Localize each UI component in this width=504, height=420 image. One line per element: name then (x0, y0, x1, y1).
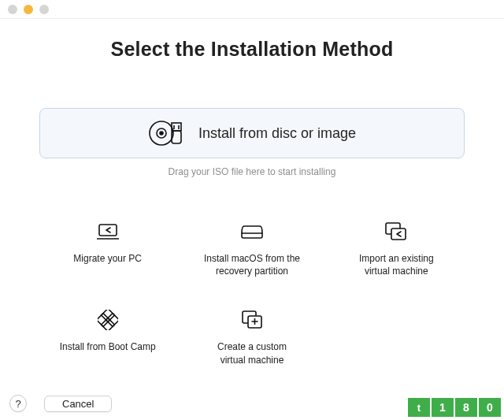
watermark-char: 1 (432, 398, 454, 417)
svg-rect-15 (106, 314, 117, 327)
window-minimize-button[interactable] (24, 5, 33, 14)
window-zoom-button[interactable] (39, 5, 49, 14)
recovery-partition-icon (241, 221, 263, 243)
svg-rect-13 (101, 318, 114, 330)
svg-rect-11 (391, 229, 406, 240)
window-titlebar (0, 0, 504, 19)
option-label: Install macOS from the recovery partitio… (204, 252, 300, 277)
empty-cell (328, 309, 465, 366)
help-button[interactable]: ? (9, 395, 27, 412)
cancel-button[interactable]: Cancel (44, 396, 112, 412)
option-label: Install from Boot Camp (60, 340, 156, 353)
option-migrate-pc[interactable]: Migrate your PC (39, 221, 176, 277)
svg-rect-12 (101, 310, 114, 322)
page-title: Select the Installation Method (39, 38, 465, 61)
option-boot-camp[interactable]: Install from Boot Camp (39, 309, 176, 366)
install-from-disc-option[interactable]: Install from disc or image (39, 108, 465, 158)
drag-hint: Drag your ISO file here to start install… (39, 166, 465, 177)
install-from-disc-label: Install from disc or image (198, 125, 356, 142)
watermark-char: t (408, 398, 430, 417)
option-install-macos-recovery[interactable]: Install macOS from the recovery partitio… (183, 221, 320, 277)
svg-point-2 (160, 132, 163, 135)
option-label: Migrate your PC (73, 252, 142, 265)
watermark-char: 0 (479, 398, 501, 417)
migrate-pc-icon (97, 221, 119, 243)
option-custom-vm[interactable]: Create a custom virtual machine (183, 309, 320, 366)
disc-usb-icon (148, 120, 184, 147)
import-vm-icon (385, 221, 407, 243)
svg-rect-14 (98, 314, 109, 327)
boot-camp-icon (98, 309, 118, 331)
svg-rect-7 (99, 225, 117, 236)
options-grid: Migrate your PC Install macOS from the r… (39, 221, 465, 366)
watermark-char: 8 (455, 398, 477, 417)
content-area: Select the Installation Method Install f… (0, 19, 504, 374)
option-label: Create a custom virtual machine (217, 340, 287, 366)
footer: ? Cancel (9, 395, 112, 412)
custom-vm-icon (242, 309, 262, 331)
watermark: t 1 8 0 (406, 398, 501, 417)
window-close-button[interactable] (8, 5, 17, 14)
option-import-vm[interactable]: Import an existing virtual machine (328, 221, 465, 277)
option-label: Import an existing virtual machine (359, 252, 434, 277)
